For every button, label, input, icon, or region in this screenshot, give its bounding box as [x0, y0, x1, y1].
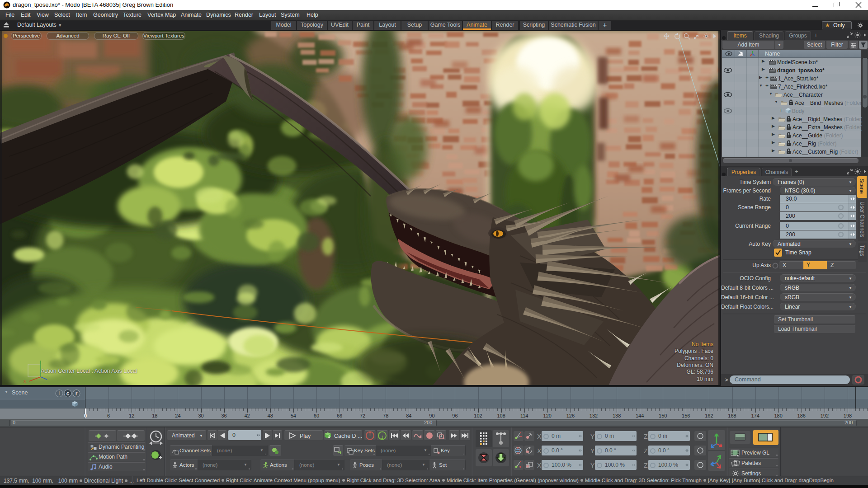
svg-text:i: i	[59, 390, 60, 396]
svg-text:Cache D ...: Cache D ...	[334, 433, 362, 439]
svg-text:r: r	[75, 390, 78, 397]
svg-text:Play: Play	[300, 433, 311, 439]
svg-text:x: x	[24, 379, 26, 384]
svg-text:c: c	[66, 390, 70, 397]
